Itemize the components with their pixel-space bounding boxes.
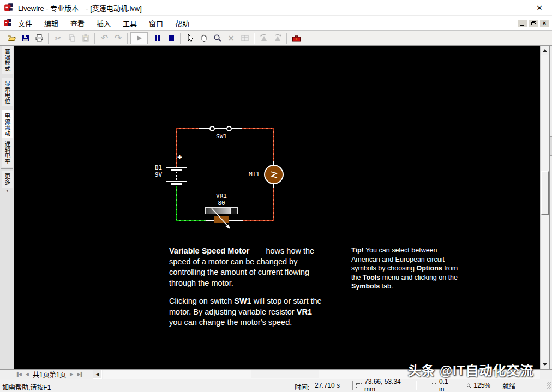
menu-help[interactable]: 帮助 — [169, 18, 195, 28]
sidebar-tab-more[interactable]: 更多 — [2, 171, 13, 188]
battery-plate[interactable] — [166, 181, 187, 182]
wire-segment — [243, 220, 274, 221]
vertical-scrollbar[interactable] — [540, 46, 549, 369]
open-button[interactable] — [5, 32, 19, 45]
components-toolbox-button[interactable] — [290, 32, 303, 45]
mdi-restore-button[interactable] — [529, 19, 538, 27]
battery-value: 9V — [155, 172, 162, 178]
circuit-canvas[interactable]: SW1 + B1 9V MT1 VR1 80 — [14, 46, 540, 369]
cursor-arrow-icon — [186, 34, 195, 43]
grid-icon — [431, 383, 437, 388]
previous-page-button[interactable]: ◀ — [26, 372, 29, 377]
battery-cell-link — [176, 172, 177, 180]
redo-button: ↷ — [111, 32, 125, 45]
scroll-up-button[interactable] — [541, 46, 549, 55]
wire-segment — [273, 188, 274, 220]
last-page-button[interactable]: ▶▌ — [77, 372, 84, 377]
varres-label: VR1 — [205, 193, 238, 200]
close-button[interactable]: ✕ — [527, 0, 552, 15]
first-page-button[interactable]: ▐◀ — [15, 372, 22, 377]
play-icon — [137, 35, 142, 41]
wire-segment — [231, 128, 242, 129]
printer-icon — [35, 34, 44, 43]
magnifier-icon — [213, 34, 222, 43]
stop-button[interactable] — [164, 32, 178, 45]
motor-component[interactable] — [264, 165, 284, 184]
docked-panel-tab[interactable] — [550, 136, 552, 156]
wire-segment — [199, 128, 211, 129]
mode-sidebar: 普通模式 显示电位 电流流动 逻辑电平 更多 ◂ — [0, 46, 14, 369]
vertical-scrollbar-thumb[interactable] — [541, 171, 549, 215]
window-title: Livewire - 专业版本 - [变速电动机.lvw] — [18, 3, 142, 13]
resize-grip[interactable] — [547, 382, 551, 389]
menu-tools[interactable]: 工具 — [117, 18, 143, 28]
wire-segment — [273, 129, 274, 161]
menu-view[interactable]: 查看 — [64, 18, 91, 28]
cut-button: ✂ — [51, 32, 65, 45]
mdi-close-button[interactable]: × — [539, 19, 549, 27]
rotate-right-button — [271, 32, 284, 45]
status-help-text: 如需帮助,请按F1 — [2, 382, 51, 391]
minimize-icon — [487, 8, 493, 8]
sidebar-tab-show-voltage[interactable]: 显示电位 — [2, 78, 13, 106]
menu-window[interactable]: 窗口 — [143, 18, 169, 28]
rotate-left-button — [257, 32, 271, 45]
select-tool-button[interactable] — [183, 32, 197, 45]
text-segment: VR1 — [297, 307, 312, 316]
maximize-button[interactable] — [502, 0, 527, 15]
pan-tool-button[interactable] — [197, 32, 211, 45]
wire-segment — [242, 128, 274, 129]
battery-plate[interactable] — [171, 183, 182, 185]
text-segment: Variable Speed Motor — [169, 246, 249, 255]
minimize-button[interactable] — [477, 0, 502, 15]
text-segment: Clicking on switch — [169, 297, 234, 305]
paragraph-2: Clicking on switch SW1 will stop or star… — [169, 296, 324, 328]
title-bar: Livewire - 专业版本 - [变速电动机.lvw] ✕ — [0, 0, 552, 15]
menu-file[interactable]: 文件 — [12, 18, 38, 28]
horizontal-scrollbar-thumb[interactable] — [251, 370, 319, 378]
simulation-time-value: 27.710 s — [315, 382, 340, 389]
wire-segment — [176, 220, 206, 221]
text-segment: menu and clicking on the — [380, 274, 458, 281]
motor-label: MT1 — [249, 171, 260, 178]
scroll-left-button[interactable]: ◀ — [93, 370, 102, 379]
wire-segment — [176, 129, 177, 167]
toolbar-separator — [286, 33, 287, 44]
redo-icon: ↷ — [115, 34, 122, 43]
sidebar-more-arrow-icon[interactable]: ◂ — [0, 189, 14, 193]
sidebar-tab-logic-level[interactable]: 逻辑电平 — [2, 138, 13, 167]
gallery-icon — [241, 34, 249, 43]
scissors-icon: ✂ — [55, 34, 62, 42]
pause-button[interactable] — [151, 32, 164, 45]
save-button[interactable] — [19, 32, 32, 45]
wire-segment — [176, 128, 200, 129]
battery-plate[interactable] — [166, 167, 187, 168]
text-segment: Options — [417, 264, 442, 272]
app-logo-icon — [4, 3, 14, 13]
app-window: Livewire - 专业版本 - [变速电动机.lvw] ✕ 文件 编辑 查看… — [0, 0, 552, 392]
run-button[interactable] — [130, 32, 148, 44]
sidebar-divider — [1, 108, 13, 108]
toolbar-drag-handle[interactable] — [2, 33, 3, 44]
toolbar-separator — [127, 33, 128, 44]
scroll-down-icon — [543, 363, 547, 366]
open-folder-icon — [7, 34, 16, 43]
menu-edit[interactable]: 编辑 — [38, 18, 64, 28]
scroll-up-icon — [543, 49, 547, 52]
menu-insert[interactable]: 插入 — [91, 18, 117, 28]
sidebar-tab-current-flow[interactable]: 电流流动 — [2, 110, 13, 138]
copy-icon — [68, 34, 76, 43]
stop-icon — [169, 35, 174, 41]
sidebar-tab-normal-mode[interactable]: 普通模式 — [2, 46, 13, 74]
zoom-tool-button[interactable] — [211, 32, 224, 45]
docked-panel-edge[interactable] — [549, 46, 552, 369]
varres-arrow-icon — [208, 205, 235, 232]
mdi-minimize-button[interactable] — [518, 19, 527, 27]
paste-button — [79, 32, 92, 45]
save-floppy-icon — [21, 34, 30, 43]
next-page-button[interactable]: ▶ — [70, 372, 73, 377]
print-button[interactable] — [32, 32, 46, 45]
scroll-down-button[interactable] — [541, 360, 549, 369]
menu-bar: 文件 编辑 查看 插入 工具 窗口 帮助 × — [0, 15, 552, 31]
battery-plate[interactable] — [171, 169, 182, 171]
